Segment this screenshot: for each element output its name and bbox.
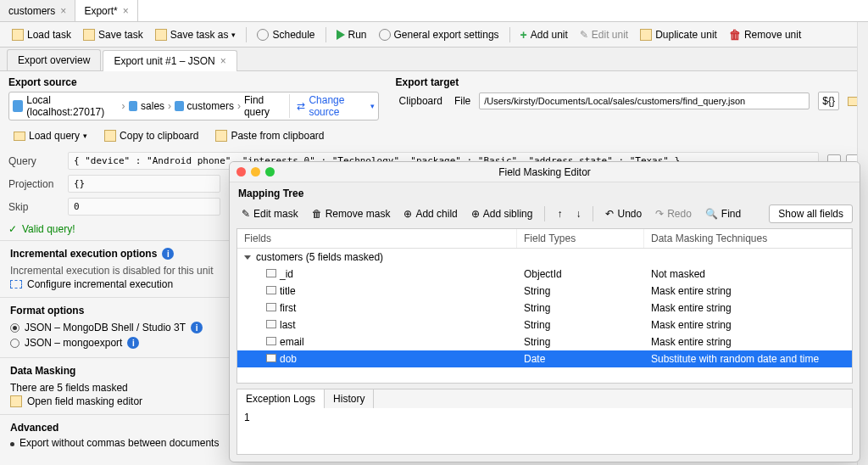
add-child-button[interactable]: ⊕Add child <box>398 205 462 222</box>
skip-label: Skip <box>8 201 59 213</box>
tab-history[interactable]: History <box>325 389 374 408</box>
crumb-database[interactable]: sales <box>141 100 164 112</box>
crumb-collection[interactable]: customers <box>187 100 234 112</box>
find-button[interactable]: 🔍Find <box>700 205 746 222</box>
tab-customers[interactable]: customers × <box>0 0 75 21</box>
chevron-down-icon: ▾ <box>231 31 236 39</box>
load-query-button[interactable]: Load query▾ <box>8 127 92 144</box>
export-target-title: Export target <box>396 76 860 88</box>
run-button[interactable]: Run <box>331 26 372 43</box>
load-task-button[interactable]: Load task <box>7 26 76 43</box>
chevron-down-icon <box>244 255 251 260</box>
pencil-icon: ✎ <box>580 29 588 41</box>
undo-button[interactable]: ↶Undo <box>600 205 647 222</box>
export-source-title: Export source <box>8 76 379 88</box>
field-icon <box>266 303 276 311</box>
field-icon <box>266 337 276 345</box>
paste-icon <box>215 130 227 142</box>
window-close-button[interactable] <box>236 167 246 176</box>
connection-icon <box>13 100 23 112</box>
show-all-fields-button[interactable]: Show all fields <box>769 204 853 223</box>
col-types[interactable]: Field Types <box>517 229 644 248</box>
duplicate-unit-button[interactable]: Duplicate unit <box>635 26 722 43</box>
schedule-button[interactable]: Schedule <box>252 26 320 43</box>
disk-icon <box>155 29 167 41</box>
edit-mask-button[interactable]: ✎Edit mask <box>236 205 303 222</box>
col-fields[interactable]: Fields <box>237 229 517 248</box>
chevron-down-icon: ▾ <box>83 132 87 140</box>
tab-label: customers <box>8 5 55 17</box>
group-customers[interactable]: customers (5 fields masked) <box>237 249 852 266</box>
tab-exception-logs[interactable]: Exception Logs <box>237 389 325 408</box>
projection-input[interactable]: {} <box>68 175 220 193</box>
add-sibling-icon: ⊕ <box>471 208 480 220</box>
play-icon <box>337 30 345 40</box>
tab-label: Export* <box>84 5 117 17</box>
separator <box>246 27 247 42</box>
save-task-as-button[interactable]: Save task as▾ <box>150 26 242 43</box>
target-path-input[interactable] <box>479 92 810 109</box>
info-icon[interactable]: i <box>191 322 203 333</box>
pencil-icon: ✎ <box>242 208 250 220</box>
skip-input[interactable]: 0 <box>68 198 220 216</box>
table-row[interactable]: emailStringMask entire string <box>237 333 852 350</box>
copy-icon <box>640 29 652 41</box>
remove-unit-button[interactable]: 🗑Remove unit <box>724 25 806 44</box>
copy-clipboard-button[interactable]: Copy to clipboard <box>99 127 203 144</box>
table-row[interactable]: firstStringMask entire string <box>237 300 852 317</box>
radio-clipboard[interactable]: Clipboard <box>396 95 442 107</box>
configure-icon <box>10 280 22 289</box>
crumb-connection[interactable]: Local (localhost:27017) <box>26 94 118 118</box>
format-token-button[interactable]: ${} <box>818 92 839 110</box>
table-row[interactable]: dobDateSubstitute with random date and t… <box>237 350 852 367</box>
close-icon[interactable]: × <box>60 5 66 17</box>
remove-mask-button[interactable]: 🗑Remove mask <box>307 205 396 222</box>
tab-export-unit-1[interactable]: Export unit #1 – JSON× <box>103 50 236 71</box>
radio-file[interactable]: File <box>451 95 470 107</box>
save-task-button[interactable]: Save task <box>78 26 148 43</box>
plus-icon: + <box>520 28 527 42</box>
close-icon[interactable]: × <box>220 55 226 67</box>
redo-icon: ↷ <box>655 208 664 220</box>
add-sibling-button[interactable]: ⊕Add sibling <box>466 205 538 222</box>
source-crumb[interactable]: Local (localhost:27017) › sales › custom… <box>8 92 379 120</box>
log-content: 1 <box>236 408 853 455</box>
move-up-button[interactable]: ↑ <box>552 205 567 222</box>
separator <box>509 27 510 42</box>
collection-icon <box>175 101 183 111</box>
gear-icon <box>379 29 391 41</box>
table-row[interactable]: lastStringMask entire string <box>237 317 852 333</box>
clock-icon <box>257 29 269 41</box>
add-unit-button[interactable]: +Add unit <box>515 25 573 44</box>
mask-icon <box>10 395 22 407</box>
field-icon <box>266 286 276 294</box>
general-settings-button[interactable]: General export settings <box>374 26 504 43</box>
change-source-button[interactable]: ⇄ Change source ▾ <box>289 94 374 118</box>
edit-unit-button: ✎Edit unit <box>575 26 633 43</box>
field-masking-editor-window: Field Masking Editor Mapping Tree ✎Edit … <box>229 161 860 462</box>
disk-icon <box>83 29 95 41</box>
close-icon[interactable]: × <box>123 5 129 17</box>
search-icon: 🔍 <box>705 208 718 220</box>
main-toolbar: Load task Save task Save task as▾ Schedu… <box>0 22 868 48</box>
info-icon[interactable]: i <box>127 337 139 349</box>
table-row[interactable]: titleStringMask entire string <box>237 283 852 300</box>
paste-clipboard-button[interactable]: Paste from clipboard <box>210 127 329 144</box>
chevron-down-icon: ▾ <box>370 102 375 110</box>
tab-export-overview[interactable]: Export overview <box>7 49 101 70</box>
database-icon <box>129 101 137 111</box>
table-row[interactable]: _idObjectIdNot masked <box>237 266 852 283</box>
col-masking[interactable]: Data Masking Techniques <box>644 229 852 248</box>
tab-export[interactable]: Export* × <box>75 0 137 21</box>
field-icon <box>266 320 276 328</box>
folder-icon <box>12 29 24 41</box>
window-minimize-button[interactable] <box>251 167 260 176</box>
move-down-button[interactable]: ↓ <box>570 205 586 222</box>
field-icon <box>266 354 276 362</box>
window-zoom-button[interactable] <box>265 167 275 176</box>
check-icon: ✓ <box>8 223 17 235</box>
field-icon <box>266 269 276 277</box>
crumb-findquery[interactable]: Find query <box>244 94 287 118</box>
separator <box>326 27 326 42</box>
info-icon[interactable]: i <box>162 248 174 260</box>
